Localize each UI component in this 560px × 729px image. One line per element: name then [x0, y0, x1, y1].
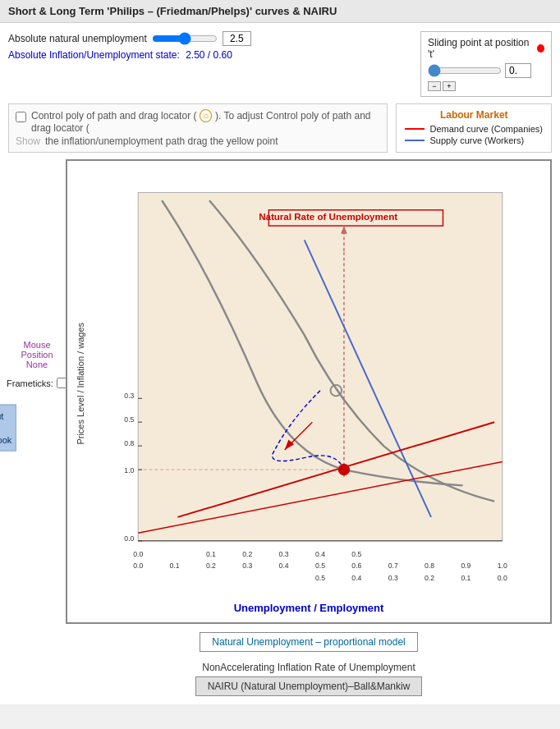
natural-unemployment-slider[interactable]: [152, 32, 218, 45]
chart-svg[interactable]: Natural Rate of Unemployment: [99, 169, 542, 596]
nairu-description: NonAccelerating Inflation Rate of Unempl…: [66, 662, 552, 673]
path-text-block: Control poly of path and drag locator ( …: [31, 109, 380, 134]
sliding-value-box: 0.: [505, 63, 531, 78]
x-mid-tick-2: 0.2: [206, 562, 216, 570]
x-bot-tick-4: 0.4: [351, 574, 361, 582]
path-control-text1: Control poly of path and drag locator (: [31, 110, 196, 122]
circle-icon: ○: [200, 109, 212, 122]
spin-buttons: − +: [428, 81, 544, 91]
left-sidebar: Aboutthisnotebook Mouse Position None Fr…: [8, 159, 66, 696]
y-tick-03: 0.3: [124, 392, 134, 400]
x-top-tick-2: 0.2: [242, 550, 252, 558]
x-axis-label-text: Unemployment / Employment: [234, 602, 384, 614]
y-tick-05: 0.5: [124, 415, 134, 424]
x-mid-tick-8: 0.8: [425, 562, 434, 570]
x-bot-tick-2: 0.2: [425, 574, 434, 582]
chart-svg-container: Natural Rate of Unemployment: [99, 169, 542, 598]
mouse-position-label: Mouse Position: [8, 340, 66, 360]
x-top-tick-5: 0.5: [351, 550, 361, 558]
x-bot-tick-3: 0.3: [388, 574, 398, 582]
page-title: Short & Long Term 'Philips – (Friedman/P…: [8, 5, 337, 17]
y-axis-label-text: Prices Level / Inflation / wages: [76, 323, 85, 445]
sliding-value-text: 0.: [509, 65, 517, 76]
x-mid-tick-3: 0.3: [242, 562, 252, 570]
sliding-label-text: Sliding point at position 't': [428, 37, 532, 60]
x-top-tick-1: 0.1: [206, 550, 216, 558]
chart-with-sidebar: Prices Level / Inflation / wages Natural…: [66, 159, 552, 696]
x-top-tick-3: 0.3: [279, 550, 289, 558]
title-bar: Short & Long Term 'Philips – (Friedman/P…: [0, 0, 560, 23]
supply-label: Supply curve (Workers): [429, 135, 524, 145]
mouse-position-value: None: [8, 360, 66, 369]
about-notebook-button[interactable]: Aboutthisnotebook: [0, 405, 16, 452]
abs-inflation-label: Absolute Inflation/Unemployment state:: [8, 49, 180, 61]
abs-natural-label: Absolute natural unemployment: [8, 33, 147, 44]
demand-label: Demand curve (Companies): [429, 124, 543, 134]
x-bot-tick-0: 0.0: [498, 574, 507, 582]
spin-plus-button[interactable]: +: [443, 81, 456, 91]
chart-outer: Prices Level / Inflation / wages Natural…: [66, 159, 552, 624]
x-mid-tick-9: 0.9: [461, 562, 470, 570]
chart-inner: Prices Level / Inflation / wages Natural…: [76, 169, 542, 598]
nairu-chart-label: Natural Rate of Unemployment: [259, 212, 397, 222]
x-mid-tick-7: 0.7: [388, 562, 398, 570]
nairu-btn-container: NAIRU (Natural Unemployment)–Ball&Mankiw: [66, 676, 552, 696]
y-tick-08: 0.8: [124, 439, 134, 447]
abs-inflation-value: 2.50 / 0.60: [186, 49, 232, 61]
main-content: Absolute natural unemployment 2.5 Absolu…: [0, 23, 560, 704]
frameticks-row: Frameticks:: [7, 378, 67, 388]
x-mid-tick-10: 1.0: [498, 562, 507, 570]
path-control-text2: ). To adjust: [215, 110, 263, 122]
path-control-inner: Control poly of path and drag locator ( …: [16, 109, 380, 134]
model-button[interactable]: Natural Unemployment – proportional mode…: [200, 632, 417, 652]
x-bot-tick-5: 0.5: [315, 574, 325, 582]
demand-legend-item: Demand curve (Companies): [405, 124, 543, 134]
drag-label: the inflation/unemployment path drag the…: [45, 135, 278, 147]
x-top-tick-0: 0.0: [133, 550, 143, 558]
right-controls: Sliding point at position 't' 0. − +: [420, 31, 552, 97]
y-tick-00: 0.0: [124, 534, 134, 543]
demand-line-icon: [405, 128, 425, 130]
x-top-tick-4: 0.4: [315, 550, 325, 558]
spin-minus-button[interactable]: −: [428, 81, 441, 91]
x-mid-tick-4: 0.4: [279, 562, 289, 570]
x-mid-tick-0: 0.0: [133, 562, 143, 570]
page-container: Short & Long Term 'Philips – (Friedman/P…: [0, 0, 560, 704]
frameticks-label: Frameticks:: [7, 378, 53, 388]
chart-wrapper: Aboutthisnotebook Mouse Position None Fr…: [8, 159, 552, 696]
path-legend-row: Control poly of path and drag locator ( …: [8, 103, 552, 153]
x-bot-tick-1: 0.1: [461, 574, 470, 582]
equilibrium-dot: [338, 464, 350, 475]
show-label: Show: [16, 135, 40, 147]
abs-inflation-row: Absolute Inflation/Unemployment state: 2…: [8, 49, 411, 61]
sliding-row: Sliding point at position 't': [428, 37, 544, 60]
model-btn-container: Natural Unemployment – proportional mode…: [66, 632, 552, 658]
supply-legend-item: Supply curve (Workers): [405, 135, 543, 145]
chart-bg: [138, 193, 503, 541]
x-axis-title: Unemployment / Employment: [76, 602, 542, 614]
y-tick-10: 1.0: [124, 466, 134, 475]
supply-line-icon: [405, 140, 425, 141]
path-checkbox[interactable]: [16, 112, 26, 122]
legend-section: Labour Market Demand curve (Companies) S…: [396, 103, 552, 153]
left-controls: Absolute natural unemployment 2.5 Absolu…: [8, 31, 411, 97]
bottom-buttons: Natural Unemployment – proportional mode…: [66, 632, 552, 696]
natural-unemployment-row: Absolute natural unemployment 2.5: [8, 31, 411, 46]
natural-unemployment-value: 2.5: [223, 31, 251, 46]
sliding-point-slider[interactable]: [428, 64, 502, 77]
x-mid-tick-1: 0.1: [170, 562, 180, 570]
x-mid-tick-5: 0.5: [315, 562, 325, 570]
nairu-button[interactable]: NAIRU (Natural Unemployment)–Ball&Mankiw: [195, 676, 423, 696]
mouse-position-section: Mouse Position None: [8, 340, 66, 369]
y-axis-container: Prices Level / Inflation / wages: [76, 169, 99, 598]
blue-slider-row: 0.: [428, 63, 544, 78]
path-control-box: Control poly of path and drag locator ( …: [8, 103, 388, 153]
red-dot-icon: [537, 44, 544, 53]
legend-title: Labour Market: [405, 109, 543, 121]
show-row: Show the inflation/unemployment path dra…: [16, 135, 380, 147]
x-mid-tick-6: 0.6: [351, 562, 361, 570]
